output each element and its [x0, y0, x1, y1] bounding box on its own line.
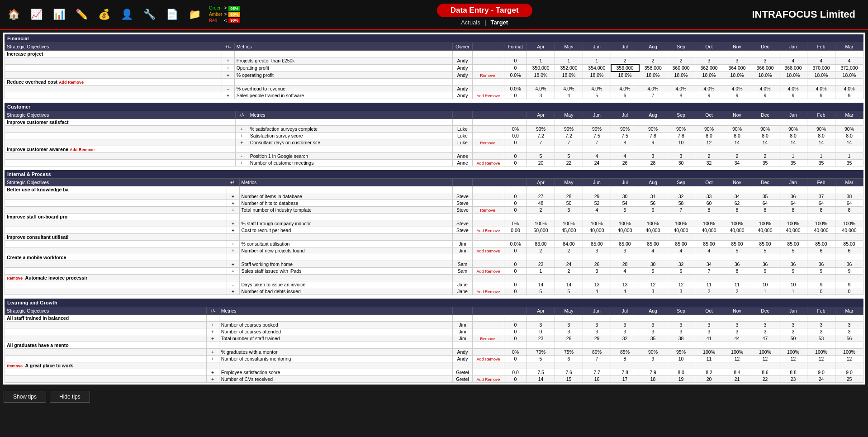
traffic-light-panel: Green Amber Red > > < 95% 90% 90% — [209, 5, 240, 24]
th-jun: Jun — [583, 43, 611, 51]
table-row: + Number of new projects found JimAdd Re… — [5, 247, 863, 254]
table-row: + Number of CVs received GretelAdd Remov… — [5, 376, 863, 383]
actuals-link[interactable]: Actuals — [461, 19, 480, 26]
th-oct: Oct — [695, 43, 723, 51]
coins-icon[interactable]: 💰 — [94, 5, 114, 24]
center-title-area: Data Entry - Target Actuals | Target — [243, 4, 726, 26]
customer-table: Strategic Objectives +/- Metrics AprMayJ… — [5, 111, 863, 166]
table-row: + % consultant utilisation Jim0.0% 83.00… — [5, 241, 863, 247]
th-may: May — [555, 43, 583, 51]
table-row: + Number of consultants mentoring AndyAd… — [5, 356, 863, 362]
table-row: + Cost to recruit per head SteveAdd Remo… — [5, 227, 863, 234]
show-tips-button[interactable]: Show tips — [4, 391, 46, 403]
th-jul: Jul — [611, 43, 639, 51]
table-row: + % satisfaction surveys complete Luke0%… — [5, 126, 863, 133]
table-row: Better use of knowledge ba — [5, 186, 863, 193]
table-row: + % staff through company inductio Steve… — [5, 220, 863, 227]
table-row: Improve consultant utilisati — [5, 234, 863, 241]
table-row: Reduce overhead cost Add Remove — [5, 79, 863, 86]
table-row: + Number of hits to database Steve0 4850… — [5, 200, 863, 207]
th-sep: Sep — [667, 43, 695, 51]
document-icon[interactable]: 📄 — [162, 5, 182, 24]
table-row: - % overhead to revenue Andy 0.0% 4.0%4.… — [5, 86, 863, 92]
table-row: - Position 1 in Google search Anne0 5544… — [5, 153, 863, 160]
amber-label: Amber — [209, 11, 222, 18]
table-row: + Number of bad debts issued JaneAdd Rem… — [5, 288, 863, 295]
th-feb: Feb — [807, 43, 835, 51]
table-row: + Total number of staff trained JimRemov… — [5, 335, 863, 342]
amber-pct: 90% — [228, 12, 240, 17]
title-pill: Data Entry - Target — [437, 4, 532, 17]
table-row: + Satisfaction survey score Luke0.0 7.27… — [5, 133, 863, 139]
table-row: + Consultant days on customer site LukeR… — [5, 139, 863, 146]
th-nov: Nov — [723, 43, 751, 51]
table-row: Increase project — [5, 51, 863, 57]
toolbar: 🏠 📈 📊 ✏️ 💰 👤 🔧 📄 📁 Green Amber Red > > <… — [0, 0, 868, 30]
bottom-bar: Show tips Hide tips — [0, 387, 868, 406]
chart-icon[interactable]: 📈 — [26, 5, 46, 24]
bar-chart-icon[interactable]: 📊 — [49, 5, 69, 24]
table-row: + Projects greater than £250k Andy 0 111… — [5, 57, 863, 65]
internal-section-header: Internal & Process — [5, 170, 863, 178]
table-row: All staff trained in balanced — [5, 315, 863, 322]
th-dec: Dec — [751, 43, 779, 51]
table-row: All graduates have a mento — [5, 342, 863, 349]
th-owner: Owner — [453, 43, 473, 51]
th-jan: Jan — [779, 43, 807, 51]
company-name: INTRAFOCUS Limited — [729, 9, 855, 20]
main-content: Financial Strategic Objectives +/- Metri… — [3, 33, 865, 385]
th-strategic: Strategic Objectives — [5, 43, 222, 51]
financial-section-header: Financial — [5, 34, 863, 43]
green-pct: 95% — [228, 6, 240, 11]
obj-increase-project: Increase project — [5, 51, 222, 57]
table-row: Create a mobile workforce — [5, 254, 863, 261]
wrench-icon[interactable]: 🔧 — [139, 5, 159, 24]
remove-consultant[interactable]: Remove — [480, 141, 495, 145]
th-addrem — [473, 43, 504, 51]
add-remove-sales[interactable]: Add Remove — [476, 94, 500, 98]
th-format: Format — [504, 43, 527, 51]
add-remove-meetings[interactable]: Add Remove — [476, 161, 500, 166]
table-row: + Number of courses attended Jim0 033333… — [5, 328, 863, 335]
table-row: + Number of courses booked Jim0 33333333… — [5, 322, 863, 328]
table-row: Remove A great place to work — [5, 362, 863, 369]
table-row: Improve customer satisfact — [5, 119, 863, 126]
add-remove-overhead[interactable]: Add Remove — [59, 80, 84, 85]
spacer — [5, 295, 863, 299]
table-row: + Number of customer meetings AnneAdd Re… — [5, 160, 863, 166]
red-pct: 90% — [228, 18, 240, 23]
table-row: Improve staff on-board pro — [5, 214, 863, 220]
home-icon[interactable]: 🏠 — [4, 5, 24, 24]
th-pm: +/- — [222, 43, 234, 51]
spacer — [5, 99, 863, 103]
obj-reduce-overhead: Reduce overhead cost Add Remove — [5, 79, 222, 86]
th-apr: Apr — [527, 43, 555, 51]
th-metrics: Metrics — [234, 43, 452, 51]
customer-section-header: Customer — [5, 103, 863, 111]
table-row: + Sales people trained in software Andy … — [5, 92, 863, 99]
person-icon[interactable]: 👤 — [117, 5, 137, 24]
table-row: + Employee satisfaction score Gretel0.0 … — [5, 369, 863, 376]
table-row: + Sales staff issued with iPads SamAdd R… — [5, 268, 863, 275]
add-remove-aware[interactable]: Add Remove — [70, 147, 95, 152]
red-label: Red — [209, 18, 222, 24]
internal-table: Strategic Objectives +/- Metrics AprMayJ… — [5, 178, 863, 295]
target-link[interactable]: Target — [490, 19, 508, 26]
th-mar: Mar — [835, 43, 863, 51]
pencil-icon[interactable]: ✏️ — [71, 5, 91, 24]
table-row: + % graduates with a mentor Andy0% 70%75… — [5, 349, 863, 356]
table-row: - Days taken to issue an invoice Jane0 1… — [5, 281, 863, 288]
table-row: Improve customer awarene Add Remove — [5, 146, 863, 153]
hide-tips-button[interactable]: Hide tips — [50, 391, 90, 403]
title-links: Actuals | Target — [461, 19, 508, 26]
folder-icon[interactable]: 📁 — [185, 5, 204, 24]
table-row: + % operating profit Andy Remove 0.0% 18… — [5, 71, 863, 79]
green-label: Green — [209, 5, 222, 11]
table-row: + Total number of industry template Stev… — [5, 207, 863, 214]
remove-op-profit[interactable]: Remove — [480, 73, 495, 78]
spacer — [5, 166, 863, 170]
financial-table: Strategic Objectives +/- Metrics Owner F… — [5, 43, 863, 99]
table-row: + Number of items in database Steve0 272… — [5, 193, 863, 200]
table-row: Remove Automate invoice processir — [5, 275, 863, 281]
table-row: + Operating profit Andy 0 350,000352,000… — [5, 64, 863, 71]
